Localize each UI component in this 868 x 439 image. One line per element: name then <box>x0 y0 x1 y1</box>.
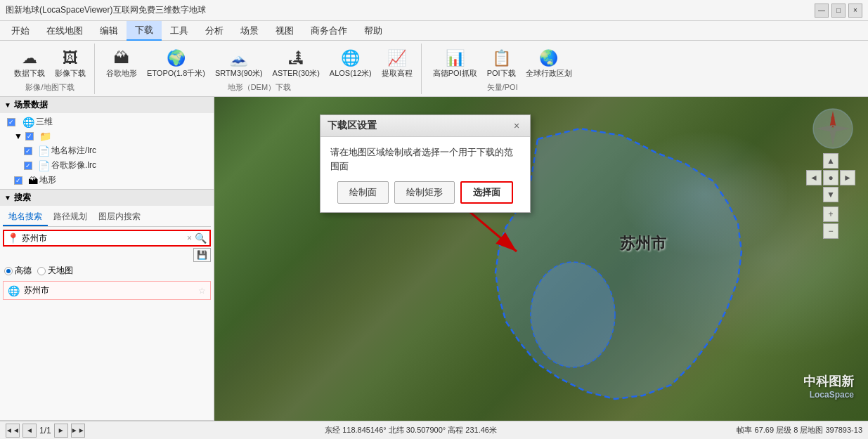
tree-item-label[interactable]: ✓ 📄 地名标注/lrc <box>0 143 214 158</box>
left-panel: ▼ 场景数据 ✓ 🌐 三维 ▼ ✓ 📁 <box>0 97 214 421</box>
status-info-right: 帧率 67.69 层级 8 层地图 397893-13 <box>737 425 862 435</box>
tree-check-terrain[interactable]: ✓ <box>14 176 22 185</box>
menu-edit[interactable]: 编辑 <box>91 22 127 40</box>
map-area[interactable]: 苏州市 N ▲ ◄ ● ► ▼ + − 中科图新 LocaSpace <box>214 97 868 421</box>
radio-tianditu-label: 天地图 <box>48 265 73 277</box>
search-execute-icon[interactable]: 🔍 <box>195 232 207 244</box>
toolbar-poi-download[interactable]: 📋 POI下载 <box>483 46 520 82</box>
radio-gaode-circle <box>4 267 13 275</box>
toolbar-etopo[interactable]: 🌍 ETOPO(1.8千米) <box>143 46 209 82</box>
tree-item-google-img[interactable]: ✓ 📄 谷歌影像.lrc <box>0 158 214 173</box>
search-input[interactable] <box>22 233 184 243</box>
save-search-icon[interactable]: 💾 <box>193 248 211 262</box>
nav-controls: ▲ ◄ ● ► ▼ + − <box>806 153 855 239</box>
download-settings-dialog: 下载区设置 × 请在地图区域绘制或者选择一个用于下载的范围面 绘制面 绘制矩形 … <box>320 114 531 213</box>
tree-item-folder[interactable]: ▼ ✓ 📁 <box>0 129 214 143</box>
menu-online-map[interactable]: 在线地图 <box>38 22 91 40</box>
status-first-button[interactable]: ◄◄ <box>6 424 20 438</box>
poi-download-icon: 📋 <box>492 49 511 67</box>
app-title: 图新地球(LocaSpaceViewer)互联网免费三维数字地球 <box>6 4 206 16</box>
toolbar-aster[interactable]: 🏞 ASTER(30米) <box>268 46 324 82</box>
tree-check-google[interactable]: ✓ <box>24 162 32 170</box>
watermark-line2: LocaSpace <box>803 390 854 400</box>
maximize-button[interactable]: □ <box>831 4 846 18</box>
toolbar-group-poi: 📊 高德POI抓取 📋 POI下载 🌏 全球行政区划 矢量/POI <box>425 44 581 94</box>
status-coordinates: 东经 118.845146° 北纬 30.507900° 高程 231.46米 <box>85 425 737 435</box>
draw-rect-button[interactable]: 绘制矩形 <box>394 181 455 204</box>
toolbar-alos[interactable]: 🌐 ALOS(12米) <box>325 46 376 82</box>
toolbar-srtm3[interactable]: 🗻 SRTM3(90米) <box>211 46 267 82</box>
window-controls: — □ × <box>815 4 862 18</box>
menu-analysis[interactable]: 分析 <box>197 22 232 40</box>
select-surface-button[interactable]: 选择面 <box>460 181 513 204</box>
toolbar-google-terrain[interactable]: 🏔 谷歌地形 <box>102 46 141 82</box>
srtm3-icon: 🗻 <box>229 49 248 67</box>
toolbar-group-dem: 🏔 谷歌地形 🌍 ETOPO(1.8千米) 🗻 SRTM3(90米) 🏞 AST… <box>98 44 422 94</box>
nav-down-button[interactable]: ▼ <box>823 187 838 202</box>
tab-place-search[interactable]: 地名搜索 <box>3 209 48 226</box>
status-bar: ◄◄ ◄ 1/1 ► ►► 东经 118.845146° 北纬 30.50790… <box>0 421 868 439</box>
menu-tools[interactable]: 工具 <box>162 22 197 40</box>
nav-zoom-in-button[interactable]: + <box>823 207 838 222</box>
nav-zoom-out-button[interactable]: − <box>823 223 838 239</box>
clear-search-icon[interactable]: × <box>187 233 192 243</box>
folder-icon: 📁 <box>39 131 51 142</box>
close-button[interactable]: × <box>848 4 862 18</box>
dialog-close-button[interactable]: × <box>510 119 523 132</box>
google-terrain-icon: 🏔 <box>114 49 129 67</box>
result-globe-icon: 🌐 <box>8 285 20 296</box>
toolbar-group2-label: 地形（DEM）下载 <box>102 82 417 93</box>
tree-check-folder[interactable]: ✓ <box>25 132 34 140</box>
menu-help[interactable]: 帮助 <box>356 22 391 40</box>
search-section-header[interactable]: ▼ 搜索 <box>0 190 214 206</box>
tree-check-3d[interactable]: ✓ <box>7 118 15 126</box>
radio-tianditu-circle <box>37 267 46 275</box>
search-section-title: 搜索 <box>14 192 31 204</box>
tree-item-terrain[interactable]: ✓ 🏔 地形 <box>0 173 214 188</box>
location-pin-icon: 📍 <box>7 232 19 244</box>
image-download-icon: 🖼 <box>63 49 78 67</box>
doc-icon2: 📄 <box>38 160 50 171</box>
search-section: ▼ 搜索 地名搜索 路径规划 图层内搜索 📍 × 🔍 <box>0 190 214 421</box>
radio-gaode[interactable]: 高德 <box>4 265 32 277</box>
nav-up-button[interactable]: ▲ <box>823 153 838 169</box>
toolbar-data-download[interactable]: ☁ 数据下载 <box>10 46 49 82</box>
draw-surface-button[interactable]: 绘制面 <box>337 181 389 204</box>
toolbar-extract-elevation[interactable]: 📈 提取高程 <box>377 46 417 82</box>
toolbar-group-image-download: ☁ 数据下载 🖼 影像下载 影像/地图下载 <box>6 44 95 94</box>
data-download-icon: ☁ <box>22 49 37 67</box>
toolbar-group3-label: 矢量/POI <box>429 82 576 93</box>
status-next-button[interactable]: ► <box>54 424 68 438</box>
nav-right-button[interactable]: ► <box>840 170 855 185</box>
toolbar-image-download[interactable]: 🖼 影像下载 <box>51 46 90 82</box>
search-result-item[interactable]: 🌐 苏州市 ☆ <box>3 281 211 300</box>
nav-left-button[interactable]: ◄ <box>806 170 822 185</box>
scene-section-header[interactable]: ▼ 场景数据 <box>0 97 214 113</box>
nav-center-button[interactable]: ● <box>823 170 838 185</box>
tab-layer-search[interactable]: 图层内搜索 <box>93 209 146 226</box>
dialog-overlay: 下载区设置 × 请在地图区域绘制或者选择一个用于下载的范围面 绘制面 绘制矩形 … <box>214 97 868 421</box>
menu-download[interactable]: 下载 <box>127 21 162 41</box>
title-bar: 图新地球(LocaSpaceViewer)互联网免费三维数字地球 — □ × <box>0 0 868 21</box>
tab-route-plan[interactable]: 路径规划 <box>48 209 93 226</box>
menu-start[interactable]: 开始 <box>3 22 38 40</box>
minimize-button[interactable]: — <box>815 4 829 18</box>
search-input-row: 📍 × 🔍 <box>3 230 211 247</box>
radio-tianditu[interactable]: 天地图 <box>37 265 73 277</box>
status-last-button[interactable]: ►► <box>71 424 85 438</box>
tree-item-3d[interactable]: ✓ 🌐 三维 <box>0 114 214 129</box>
tree-check-label[interactable]: ✓ <box>24 147 32 155</box>
city-label: 苏州市 <box>620 233 666 254</box>
compass-widget: N <box>812 107 854 150</box>
menu-view[interactable]: 视图 <box>267 22 302 40</box>
dialog-buttons: 绘制面 绘制矩形 选择面 <box>330 181 520 204</box>
main-area: ▼ 场景数据 ✓ 🌐 三维 ▼ ✓ 📁 <box>0 97 868 421</box>
globe-icon: 🌐 <box>22 117 34 128</box>
status-prev-button[interactable]: ◄ <box>22 424 37 438</box>
result-star-icon[interactable]: ☆ <box>198 286 206 296</box>
toolbar-group1-label: 影像/地图下载 <box>10 82 90 93</box>
menu-scene[interactable]: 场景 <box>232 22 267 40</box>
toolbar-admin-region[interactable]: 🌏 全球行政区划 <box>522 46 576 82</box>
menu-business[interactable]: 商务合作 <box>302 22 356 40</box>
toolbar-gaode-poi[interactable]: 📊 高德POI抓取 <box>429 46 481 82</box>
